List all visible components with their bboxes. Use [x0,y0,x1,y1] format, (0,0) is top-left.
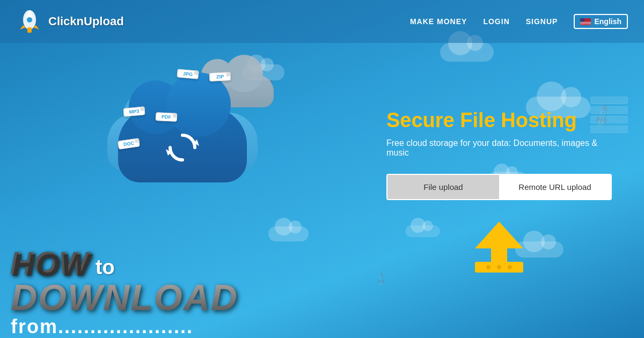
logo-rocket-icon [16,8,43,35]
svg-rect-5 [27,27,32,33]
file-zip-icon: ZIP [209,72,231,82]
main-content: JPG MP3 PDF ZIP DOC HOW to [0,43,644,338]
login-link[interactable]: LOGIN [483,17,509,26]
upload-icon-container [386,222,612,273]
upload-dot-3 [508,265,512,269]
upload-dot-2 [497,265,501,269]
navigation: MAKE MONEY LOGIN SIGNUP English [410,14,628,29]
howto-how: HOW [11,248,90,279]
upload-base [475,262,523,273]
file-doc-label: DOC [118,138,140,149]
file-pdf-icon: PDF [156,112,178,122]
upload-dot-1 [486,265,491,269]
howto-to: to [96,256,115,279]
upload-stem [491,248,507,262]
cloud-illustration: JPG MP3 PDF ZIP DOC [80,59,284,182]
howto-from: from..................... [11,315,238,338]
refresh-icon [164,129,201,166]
file-mp3-icon: MP3 [123,106,145,116]
howto-download: DOWNLOAD [11,279,238,315]
file-mp3-label: MP3 [123,106,145,116]
language-button[interactable]: English [574,14,628,29]
left-section: JPG MP3 PDF ZIP DOC HOW to [0,43,365,338]
file-doc-icon: DOC [118,138,140,149]
header: ClicknUpload MAKE MONEY LOGIN SIGNUP Eng… [0,0,644,43]
howto-text: HOW to DOWNLOAD from....................… [11,248,238,338]
right-section: Secure File Hosting Free cloud storage f… [365,43,644,338]
upload-arrow [475,222,523,248]
logo[interactable]: ClicknUpload [16,8,124,35]
upload-tabs: File upload Remote URL upload [386,174,612,200]
file-zip-label: ZIP [209,72,231,82]
flag-icon [580,18,591,25]
language-label: English [594,17,621,26]
page-title: Secure File Hosting [386,108,612,133]
upload-icon [475,222,523,273]
svg-point-2 [27,17,32,23]
tab-remote-upload[interactable]: Remote URL upload [499,175,611,199]
signup-link[interactable]: SIGNUP [526,17,558,26]
page-subtitle: Free cloud storage for your data: Docume… [386,138,612,158]
file-jpg-icon: JPG [177,69,199,79]
file-pdf-label: PDF [156,112,178,122]
logo-text: ClicknUpload [48,14,124,28]
file-jpg-label: JPG [177,69,199,79]
tab-file-upload[interactable]: File upload [387,175,499,199]
make-money-link[interactable]: MAKE MONEY [410,17,467,26]
